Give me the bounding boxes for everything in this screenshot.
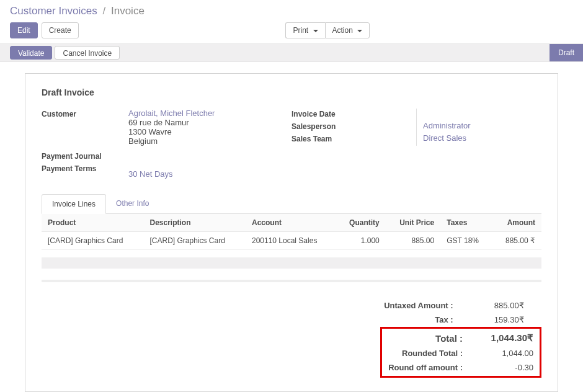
tax-label: Tax :	[380, 313, 471, 327]
tab-other-info[interactable]: Other Info	[106, 194, 159, 214]
breadcrumb-sep: /	[103, 5, 106, 17]
chevron-down-icon	[313, 30, 318, 32]
breadcrumb: Customer Invoices / Invoice	[0, 0, 583, 20]
col-amount[interactable]: Amount	[492, 214, 541, 232]
address-line3: Belgium	[128, 136, 158, 146]
salesperson-link[interactable]: Administrator	[423, 121, 471, 130]
cell-account: 200110 Local Sales	[246, 232, 336, 250]
cell-product: [CARD] Graphics Card	[42, 232, 143, 250]
untaxed-value: 885.00₹	[472, 298, 528, 313]
cell-amount: 885.00 ₹	[492, 232, 541, 250]
cell-description: [CARD] Graphics Card	[143, 232, 245, 250]
customer-label: Customer	[42, 109, 128, 118]
col-product[interactable]: Product	[42, 214, 143, 232]
create-button[interactable]: Create	[42, 22, 79, 38]
invoice-lines-table: Product Description Account Quantity Uni…	[42, 214, 541, 250]
col-quantity[interactable]: Quantity	[336, 214, 386, 232]
table-row[interactable]: [CARD] Graphics Card [CARD] Graphics Car…	[42, 232, 541, 250]
cell-unit-price: 885.00	[386, 232, 440, 250]
list-filler	[42, 257, 541, 269]
col-unit-price[interactable]: Unit Price	[386, 214, 440, 232]
breadcrumb-root[interactable]: Customer Invoices	[10, 5, 97, 17]
cell-taxes: GST 18%	[440, 232, 492, 250]
totals-highlight: Total : 1,044.30₹ Rounded Total : 1,044.…	[380, 327, 541, 378]
payment-terms-label: Payment Terms	[42, 163, 128, 173]
rounded-total-label: Rounded Total :	[385, 346, 481, 360]
page-title: Draft Invoice	[42, 87, 541, 97]
breadcrumb-current: Invoice	[111, 5, 145, 17]
edit-button[interactable]: Edit	[10, 22, 38, 38]
cell-quantity: 1.000	[336, 232, 386, 250]
invoice-date-label: Invoice Date	[292, 109, 378, 118]
validate-button[interactable]: Validate	[10, 46, 52, 60]
toolbar: Edit Create Print Action	[0, 20, 583, 43]
rounded-total-value: 1,044.00	[481, 346, 537, 360]
round-off-value: -0.30	[481, 360, 537, 375]
col-account[interactable]: Account	[246, 214, 336, 232]
sales-team-link[interactable]: Direct Sales	[423, 133, 466, 143]
divider	[42, 280, 541, 282]
round-off-label: Round off amount :	[385, 360, 481, 375]
address-line2: 1300 Wavre	[128, 127, 172, 136]
action-label: Action	[332, 26, 353, 35]
form-sheet: Draft Invoice Customer Agrolait, Michel …	[25, 73, 558, 392]
address-line1: 69 rue de Namur	[128, 118, 189, 127]
tab-invoice-lines[interactable]: Invoice Lines	[42, 194, 106, 214]
tax-value: 159.30₹	[472, 313, 528, 327]
payment-terms-link[interactable]: 30 Net Days	[128, 169, 173, 179]
tabs: Invoice Lines Other Info	[42, 194, 541, 214]
status-draft[interactable]: Draft	[550, 44, 583, 61]
print-button[interactable]: Print	[285, 22, 324, 38]
cancel-invoice-button[interactable]: Cancel Invoice	[55, 46, 120, 60]
statusbar: Validate Cancel Invoice Draft	[0, 43, 583, 62]
untaxed-label: Untaxed Amount :	[380, 298, 471, 313]
chevron-down-icon	[357, 30, 362, 32]
action-button[interactable]: Action	[325, 22, 370, 38]
print-label: Print	[293, 26, 308, 35]
payment-journal-label: Payment Journal	[42, 151, 128, 161]
total-value: 1,044.30₹	[481, 330, 537, 346]
totals: Untaxed Amount : 885.00₹ Tax : 159.30₹ T…	[42, 298, 541, 378]
total-label: Total :	[385, 330, 481, 346]
sales-team-label: Sales Team	[292, 133, 378, 143]
col-taxes[interactable]: Taxes	[440, 214, 492, 232]
customer-link[interactable]: Agrolait, Michel Fletcher	[128, 109, 215, 118]
salesperson-label: Salesperson	[292, 121, 378, 131]
col-description[interactable]: Description	[143, 214, 245, 232]
